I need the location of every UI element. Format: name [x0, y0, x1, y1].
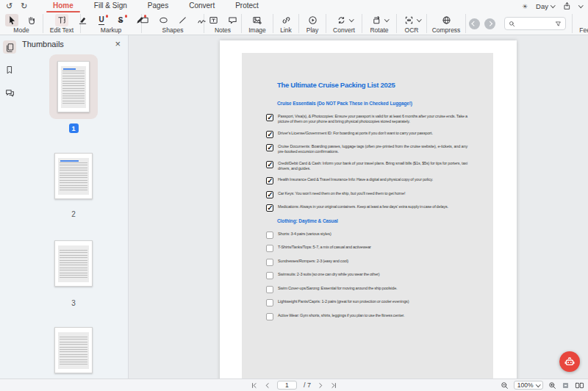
checkbox-checked-icon[interactable] [266, 161, 273, 168]
checkbox-unchecked-icon[interactable] [266, 272, 273, 279]
page-navigation: / 7 [251, 379, 337, 391]
scroll-left-button[interactable] [469, 18, 480, 29]
checkbox-unchecked-icon[interactable] [266, 286, 273, 293]
zoom-in-icon[interactable] [548, 381, 556, 390]
undo-icon[interactable] [6, 2, 12, 10]
strikethrough-button[interactable] [114, 14, 127, 26]
comment-button[interactable] [226, 14, 239, 26]
tab-convert[interactable]: Convert [179, 0, 225, 12]
chevron-down-icon[interactable] [349, 17, 354, 21]
text-cursor-icon [57, 15, 67, 25]
line-tool-button[interactable] [176, 14, 189, 26]
tab-protect[interactable]: Protect [225, 0, 269, 12]
group-label-link: Link [280, 26, 292, 34]
checkbox-checked-icon[interactable] [266, 177, 273, 184]
checkbox-checked-icon[interactable] [266, 144, 273, 151]
checklist-item: T-Shirts/Tanks/Tops: 5-7, a mix of casua… [266, 245, 467, 252]
checklist-item: Credit/Debit Card & Cash: Inform your ba… [266, 161, 467, 171]
checklist-item: Car Keys: You won't need them on the shi… [266, 191, 467, 198]
highlight-button[interactable] [76, 14, 89, 26]
checkbox-checked-icon[interactable] [266, 114, 273, 121]
compress-button[interactable] [440, 14, 453, 26]
search-input[interactable] [518, 20, 552, 27]
search-box [504, 17, 566, 30]
checkbox-unchecked-icon[interactable] [266, 313, 273, 320]
checklist-item: Shorts: 3-4 pairs (various styles) [266, 232, 467, 239]
rotate-button[interactable] [370, 14, 384, 26]
checkbox-unchecked-icon[interactable] [266, 299, 273, 306]
chevron-down-icon[interactable] [417, 17, 421, 21]
close-icon[interactable] [115, 40, 121, 48]
brightness-icon[interactable] [522, 2, 528, 10]
tabs-row: Home Fill & Sign Pages Convert Protect D… [0, 0, 588, 12]
link-icon [282, 15, 291, 25]
toolbar-group-notes: Notes [204, 12, 241, 35]
ellipse-icon [159, 15, 168, 25]
checkbox-checked-icon[interactable] [266, 191, 273, 198]
thumbnail-page-3[interactable] [54, 240, 93, 287]
text-note-button[interactable] [207, 14, 220, 26]
thumbnail-page-1[interactable] [57, 61, 90, 112]
scroll-right-button[interactable] [484, 18, 495, 29]
ai-assistant-button[interactable] [559, 351, 580, 372]
chevron-down-icon [536, 382, 540, 387]
theme-selector[interactable]: Day [536, 2, 554, 10]
share-icon[interactable] [563, 1, 571, 10]
edit-text-button[interactable] [55, 14, 68, 26]
tab-pages[interactable]: Pages [137, 0, 179, 12]
section-heading-clothing: Clothing: Daytime & Casual [277, 218, 467, 223]
ellipse-tool-button[interactable] [157, 14, 170, 26]
thumbnails-panel-button[interactable] [3, 40, 16, 54]
previous-page-icon[interactable] [264, 382, 270, 389]
redo-icon[interactable] [21, 2, 27, 10]
thumbnail-page-1-selected[interactable] [49, 54, 98, 119]
thumbnail-page-2[interactable] [54, 153, 93, 199]
toolbar-group-edit-text: Edit Text [43, 12, 80, 35]
convert-button[interactable] [335, 14, 348, 26]
checklist-item: Swim Cover-ups/Sarong: Essential for mov… [266, 286, 467, 293]
checkbox-unchecked-icon[interactable] [266, 245, 273, 252]
two-page-view-icon[interactable] [575, 381, 584, 390]
pdf-page: The Ultimate Cruise Packing List 2025 Cr… [220, 40, 517, 379]
tab-home[interactable]: Home [43, 0, 84, 12]
chevron-left-icon [472, 21, 476, 26]
group-label-ocr: OCR [405, 26, 419, 34]
hand-mode-button[interactable] [24, 14, 37, 26]
group-label-notes: Notes [215, 26, 231, 34]
ocr-button[interactable] [403, 14, 416, 26]
zoom-out-icon[interactable] [501, 381, 509, 390]
select-mode-button[interactable] [5, 14, 18, 26]
checkbox-checked-icon[interactable] [266, 204, 273, 212]
fit-page-icon[interactable] [562, 381, 570, 390]
first-page-icon[interactable] [251, 382, 257, 389]
underline-button[interactable] [95, 14, 108, 26]
sidebar-rail [0, 35, 19, 379]
group-label-play: Play [306, 26, 319, 34]
chevron-down-icon[interactable] [384, 17, 389, 21]
insert-image-button[interactable] [251, 14, 264, 26]
image-icon [252, 15, 262, 25]
group-label-compress: Compress [432, 26, 461, 34]
status-bar: / 7 100% [0, 379, 588, 391]
insert-link-button[interactable] [279, 14, 293, 26]
next-page-icon[interactable] [318, 382, 324, 389]
sidebar: Thumbnails 1 2 3 [0, 35, 129, 379]
filter-icon[interactable] [555, 21, 562, 27]
checkbox-unchecked-icon[interactable] [266, 232, 273, 239]
tab-fill-sign[interactable]: Fill & Sign [84, 0, 137, 12]
zoom-level-select[interactable]: 100% [514, 381, 543, 390]
thumbnail-page-4[interactable] [54, 327, 93, 373]
play-button[interactable] [306, 14, 319, 26]
page-number-input[interactable] [277, 381, 297, 390]
collapse-toolbar-icon[interactable] [578, 3, 583, 7]
last-page-icon[interactable] [331, 382, 337, 389]
toolbar-group-ocr: OCR [397, 12, 426, 35]
annotations-panel-button[interactable] [3, 86, 16, 99]
history-controls [6, 2, 43, 10]
bookmarks-panel-button[interactable] [3, 63, 16, 76]
checkbox-unchecked-icon[interactable] [266, 259, 273, 266]
toolbar-group-play: Play [299, 12, 326, 35]
page-number-badge: 1 [69, 123, 79, 133]
rectangle-tool-button[interactable] [137, 14, 151, 26]
checkbox-checked-icon[interactable] [266, 131, 273, 138]
